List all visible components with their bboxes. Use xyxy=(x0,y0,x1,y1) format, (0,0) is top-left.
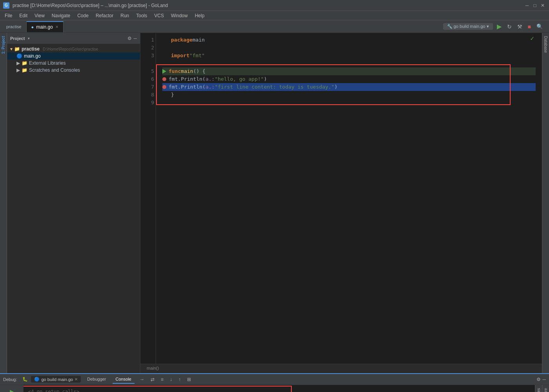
favorites-label: 2: Favorites xyxy=(536,385,542,392)
libs-expand-icon: ▶ xyxy=(16,60,20,66)
code-line-2 xyxy=(162,44,536,52)
right-panel[interactable]: Database xyxy=(542,33,549,373)
menu-help[interactable]: Help xyxy=(192,12,208,19)
code-line-4 xyxy=(162,60,536,67)
console-toolbar-icon2[interactable]: ≡ xyxy=(159,377,165,382)
menu-file[interactable]: File xyxy=(2,12,15,19)
code-line-6: fmt.Println(a.: "hello, go app!") xyxy=(162,75,536,83)
run-config-dropdown[interactable]: 🔧 go build main.go ▾ xyxy=(443,23,493,30)
console-toolbar-icon4[interactable]: ↑ xyxy=(177,377,182,382)
root-folder-label: practise xyxy=(22,46,40,52)
debug-tab-bar: Debug: 🐛 🔵 go build main.go ✕ Debugger C… xyxy=(0,374,549,385)
code-line-9 xyxy=(162,99,536,107)
breakpoint-line-7[interactable] xyxy=(162,85,166,89)
menu-tools[interactable]: Tools xyxy=(133,12,150,19)
debug-tab-console[interactable]: Console xyxy=(113,375,135,384)
favorites-sidebar[interactable]: 2: Favorites xyxy=(535,385,542,392)
run-button[interactable]: ▶ xyxy=(495,22,503,31)
panel-settings-button[interactable]: ⚙ xyxy=(127,36,132,41)
debug-settings-button[interactable]: ⚙ xyxy=(536,377,541,382)
keyword-package: package xyxy=(171,36,193,44)
menu-run[interactable]: Run xyxy=(117,12,132,19)
debug-tab-debugger[interactable]: Debugger xyxy=(84,375,109,384)
console-output: <4 go setup calls> API server listening … xyxy=(24,385,535,392)
top-right-toolbar: 🔧 go build main.go ▾ ▶ ↻ ⚒ ■ 🔍 xyxy=(443,22,547,31)
structure-label: 2: Structure xyxy=(543,385,549,392)
libs-folder-icon: 📁 xyxy=(22,60,27,66)
console-line-setup: <4 go setup calls> xyxy=(28,388,530,392)
project-panel-label: 1: Project xyxy=(0,33,6,57)
debug-tab-close[interactable]: ✕ xyxy=(75,377,78,381)
tab-close-button[interactable]: ✕ xyxy=(55,25,58,29)
panel-minimize-button[interactable]: ─ xyxy=(133,36,137,41)
database-panel-label: Database xyxy=(542,34,549,54)
import-string: "fmt" xyxy=(189,52,205,60)
main-go-label: main.go xyxy=(24,53,41,59)
console-toolbar-icon1[interactable]: ⇄ xyxy=(149,377,156,382)
scratches-folder-icon: 📁 xyxy=(22,67,27,73)
rerun-button[interactable]: ↻ xyxy=(505,23,513,31)
build-button[interactable]: ⚒ xyxy=(516,23,524,31)
debug-tab-file-label: go build main.go xyxy=(41,377,73,382)
minimize-button[interactable]: ─ xyxy=(524,2,530,9)
menu-navigate[interactable]: Navigate xyxy=(49,12,73,19)
close-button[interactable]: ✕ xyxy=(540,2,546,9)
debug-sidebar: ▶ ↷ ⏸ ■ ↺ ⬤ ✏ ⚙ ⊞ xyxy=(0,385,24,392)
editor-tab-main-go[interactable]: ● main.go ✕ xyxy=(27,21,64,32)
console-toolbar-icon3[interactable]: ↓ xyxy=(168,377,174,382)
editor-footer: main() xyxy=(140,364,542,373)
project-panel: Project ▾ ⚙ ─ ▾ 📁 practise D:\Home\Repos… xyxy=(7,33,140,373)
main-layout: 1: Project Project ▾ ⚙ ─ ▾ 📁 practise D:… xyxy=(0,33,549,373)
code-content[interactable]: ✓ package main import "fmt" xyxy=(156,33,542,364)
debug-tab-build[interactable]: 🔵 go build main.go ✕ xyxy=(31,376,81,383)
stop-button[interactable]: ■ xyxy=(526,23,533,31)
menu-window[interactable]: Window xyxy=(168,12,191,19)
menu-view[interactable]: View xyxy=(31,12,48,19)
scratches-label: Scratches and Consoles xyxy=(29,67,80,73)
keyword-func: func xyxy=(169,67,181,75)
folder-icon: 📁 xyxy=(14,46,20,52)
debug-panel: Debug: 🐛 🔵 go build main.go ✕ Debugger C… xyxy=(0,373,549,392)
menu-code[interactable]: Code xyxy=(74,12,92,19)
menu-refactor[interactable]: Refactor xyxy=(93,12,116,19)
external-libs-label: External Libraries xyxy=(29,60,65,66)
project-tab-label: practise xyxy=(6,24,22,29)
console-toolbar-icon5[interactable]: ⊞ xyxy=(185,377,193,382)
tree-item-main-go[interactable]: 🔵 main.go xyxy=(7,53,140,60)
debug-minimize-button[interactable]: ─ xyxy=(542,377,546,382)
code-line-5: func main() { xyxy=(162,67,536,75)
execution-arrow xyxy=(162,69,166,74)
menu-bar: File Edit View Navigate Code Refactor Ru… xyxy=(0,11,549,20)
code-line-8: } xyxy=(162,91,536,99)
window-title: practise [D:\Home\Repos\Go\src\practise]… xyxy=(13,3,521,8)
panel-chevron-icon: ▾ xyxy=(28,36,30,40)
tree-root-item[interactable]: ▾ 📁 practise D:\Home\Repos\Go\src\practi… xyxy=(7,45,140,53)
code-line-1: package main xyxy=(162,36,536,44)
debug-content: ▶ ↷ ⏸ ■ ↺ ⬤ ✏ ⚙ ⊞ <4 go setup calls> API… xyxy=(0,385,549,392)
code-line-7: fmt.Println(a.: "first line content: tod… xyxy=(162,83,536,91)
debug-panel-controls: ⚙ ─ xyxy=(536,377,546,382)
tree-item-scratches[interactable]: ▶ 📁 Scratches and Consoles xyxy=(7,67,140,74)
maximize-button[interactable]: □ xyxy=(532,2,538,9)
search-button[interactable]: 🔍 xyxy=(535,23,544,30)
keyword-import: import xyxy=(171,52,189,60)
project-tab[interactable]: practise xyxy=(2,21,27,32)
console-arrow-icon[interactable]: → xyxy=(138,376,146,382)
project-sidebar-panel[interactable]: 1: Project xyxy=(0,33,7,373)
root-path: D:\Home\Repos\Go\src\practise xyxy=(43,47,98,51)
panel-header: Project ▾ ⚙ ─ xyxy=(7,33,140,44)
go-file-icon: ● xyxy=(31,25,34,29)
tree-item-external-libs[interactable]: ▶ 📁 External Libraries xyxy=(7,60,140,67)
breakpoint-line-6[interactable] xyxy=(162,77,166,81)
project-tree: ▾ 📁 practise D:\Home\Repos\Go\src\practi… xyxy=(7,44,140,373)
resume-button[interactable]: ▶ xyxy=(5,387,18,392)
debug-tab-go-icon: 🔵 xyxy=(34,377,40,382)
top-tab-bar: practise ● main.go ✕ 🔧 go build main.go … xyxy=(0,20,549,33)
code-line-3: import "fmt" xyxy=(162,52,536,60)
title-bar: G practise [D:\Home\Repos\Go\src\practis… xyxy=(0,0,549,11)
current-function-label: main() xyxy=(147,366,159,370)
structure-sidebar[interactable]: 2: Structure xyxy=(542,385,549,392)
menu-edit[interactable]: Edit xyxy=(16,12,31,19)
editor-area: 1 2 3 4 5 6 7 8 9 ✓ package main xyxy=(140,33,542,373)
menu-vcs[interactable]: VCS xyxy=(151,12,167,19)
